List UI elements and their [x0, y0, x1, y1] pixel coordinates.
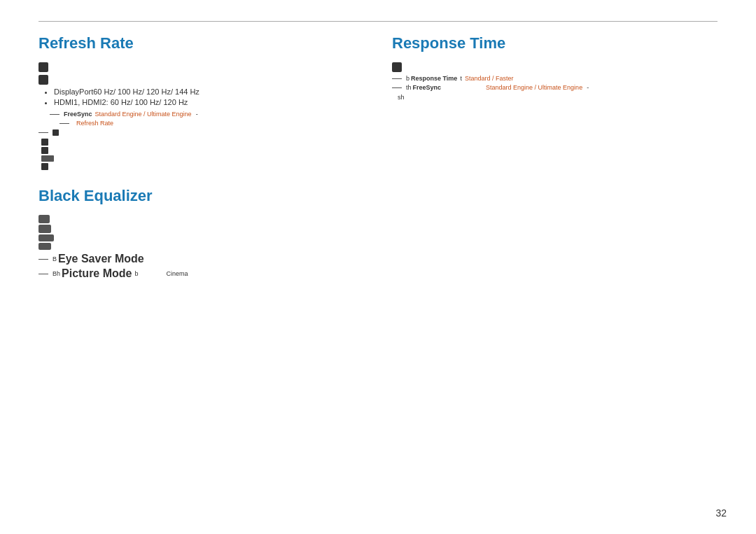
rt-th-prefix: th — [406, 84, 412, 91]
tiny-icon-1 — [41, 139, 48, 146]
bullet-list: DisplayPort60 Hz/ 100 Hz/ 120 Hz/ 144 Hz… — [54, 87, 357, 106]
refresh-rate-sub-row: Refresh Rate — [59, 120, 357, 127]
be-icon-row-1 — [38, 215, 357, 223]
rt-response-row: b Response Time t Standard / Faster — [392, 75, 718, 82]
icon-row-3 — [38, 129, 357, 136]
page-container: Refresh Rate DisplayPort60 Hz/ 100 Hz/ 1… — [0, 0, 756, 534]
freesync-row-left: FreeSync Standard Engine / Ultimate Engi… — [50, 111, 357, 118]
tiny-icon-3 — [41, 155, 54, 162]
black-equalizer-section: Black Equalizer B Eye Sa — [38, 187, 357, 280]
be-icon-row-4 — [38, 243, 357, 250]
rt-sh-prefix: sh — [398, 94, 405, 101]
eye-saver-prefix: B — [52, 255, 57, 262]
response-time-title: Response Time — [392, 34, 718, 52]
small-icon-row-2 — [41, 147, 357, 154]
picture-mode-dash — [38, 274, 48, 274]
rt-freesync-dash: - — [587, 84, 589, 91]
picture-mode-b: b — [134, 270, 138, 277]
eye-saver-dash — [38, 259, 48, 260]
be-icon-row-2 — [38, 225, 357, 233]
freesync-dash: - — [196, 111, 198, 118]
rt-dash-2 — [392, 87, 402, 88]
rt-response-values: Standard / Faster — [465, 75, 514, 82]
refresh-rate-sub-value: Refresh Rate — [76, 120, 113, 127]
icon-2 — [38, 75, 48, 85]
rt-t-prefix: t — [460, 75, 462, 82]
be-icon-1 — [38, 215, 50, 223]
be-icon-row-3 — [38, 234, 357, 241]
rt-freesync-label: FreeSync — [413, 84, 442, 91]
refresh-rate-title: Refresh Rate — [38, 34, 357, 52]
black-equalizer-title: Black Equalizer — [38, 187, 357, 205]
rt-b-prefix: b — [406, 75, 410, 82]
rt-sub-icon-row: sh — [398, 94, 718, 101]
eye-saver-row: B Eye Saver Mode — [38, 253, 357, 265]
rt-freesync-row: th FreeSync Standard Engine / Ultimate E… — [392, 84, 718, 91]
dash-icon — [50, 114, 59, 115]
icon-row-1 — [38, 62, 357, 72]
icon-1 — [38, 62, 48, 72]
picture-mode-label: Picture Mode — [62, 267, 132, 280]
rt-icon-row-1 — [392, 62, 718, 72]
small-icon-row-1 — [41, 139, 357, 146]
be-icon-2 — [38, 225, 51, 233]
tiny-icon-4 — [41, 163, 48, 170]
small-icon-row-4 — [41, 163, 357, 170]
eye-saver-label: Eye Saver Mode — [58, 253, 144, 265]
top-divider — [38, 21, 718, 22]
picture-mode-value: Cinema — [167, 270, 188, 277]
bottom-icons — [41, 139, 357, 170]
be-icon-3 — [38, 234, 54, 241]
page-number: 32 — [715, 507, 727, 519]
picture-mode-row: Bh Picture Mode b Cinema — [38, 267, 357, 280]
small-icon-1 — [52, 129, 59, 136]
response-time-section: Response Time b Response Time t Standard… — [378, 34, 718, 282]
rt-icon-1 — [392, 62, 402, 72]
bullet-item-2: HDMI1, HDMI2: 60 Hz/ 100 Hz/ 120 Hz — [54, 98, 357, 106]
bullet-item-1: DisplayPort60 Hz/ 100 Hz/ 120 Hz/ 144 Hz — [54, 87, 357, 96]
main-content: Refresh Rate DisplayPort60 Hz/ 100 Hz/ 1… — [38, 34, 718, 282]
be-icon-4 — [38, 243, 51, 250]
rt-dash-1 — [392, 78, 402, 79]
rt-response-label: Response Time — [411, 75, 457, 82]
dash-icon-2 — [59, 123, 69, 124]
icon-row-2 — [38, 75, 357, 85]
small-icon-row-3 — [41, 155, 357, 162]
dash-icon-3 — [38, 132, 48, 133]
rt-freesync-values: Standard Engine / Ultimate Engine — [486, 84, 582, 91]
tiny-icon-2 — [41, 147, 48, 154]
refresh-rate-section: Refresh Rate DisplayPort60 Hz/ 100 Hz/ 1… — [38, 34, 378, 282]
freesync-label: FreeSync — [64, 111, 92, 118]
picture-mode-prefix: Bh — [52, 270, 60, 277]
freesync-values: Standard Engine / Ultimate Engine — [95, 111, 192, 118]
